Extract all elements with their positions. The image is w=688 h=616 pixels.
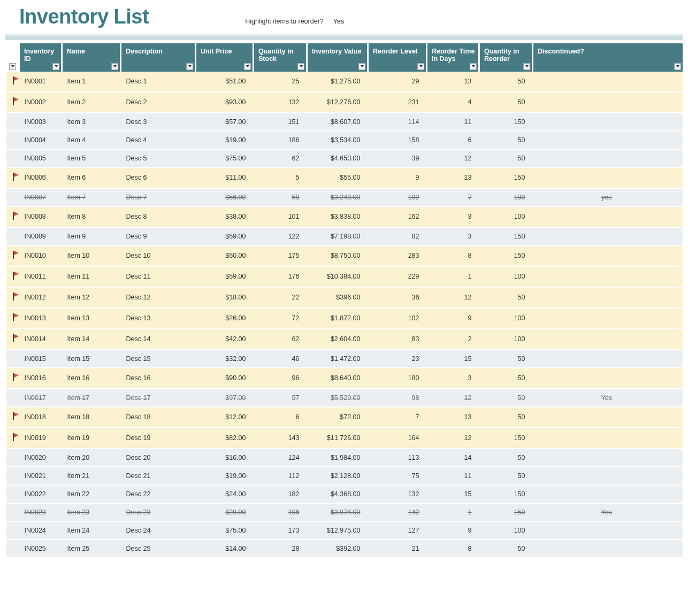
- cell-id[interactable]: IN0019: [19, 428, 62, 449]
- table-row[interactable]: IN0015Item 15Desc 15$32.0046$1,472.00231…: [6, 350, 683, 368]
- filter-dropdown-icon[interactable]: [417, 63, 424, 70]
- cell-name[interactable]: Item 10: [62, 245, 121, 266]
- cell-desc[interactable]: Desc 23: [121, 503, 196, 521]
- cell-id[interactable]: IN0025: [19, 540, 62, 558]
- cell-price[interactable]: $12.00: [196, 407, 254, 428]
- cell-name[interactable]: Item 14: [62, 329, 121, 350]
- cell-qty-reorder[interactable]: 100: [479, 188, 533, 206]
- cell-name[interactable]: Item 23: [62, 503, 121, 521]
- table-row[interactable]: IN0024Item 24Desc 24$75.00173$12,975.001…: [6, 521, 683, 540]
- cell-price[interactable]: $97.00: [196, 389, 254, 407]
- cell-name[interactable]: Item 8: [62, 206, 121, 227]
- cell-reorder-time[interactable]: 13: [427, 167, 479, 188]
- header-description[interactable]: Description: [121, 43, 196, 72]
- table-row[interactable]: IN0002Item 2Desc 2$93.00132$12,276.00231…: [6, 92, 683, 113]
- cell-desc[interactable]: Desc 25: [121, 540, 196, 558]
- cell-id[interactable]: IN0018: [19, 407, 62, 428]
- cell-stock[interactable]: 28: [254, 540, 307, 558]
- cell-value[interactable]: $2,128.00: [307, 467, 368, 485]
- table-row[interactable]: IN0022Item 22Desc 22$24.00182$4,368.0013…: [6, 485, 683, 503]
- cell-reorder-level[interactable]: 9: [368, 167, 427, 188]
- cell-reorder-time[interactable]: 7: [427, 188, 479, 206]
- cell-price[interactable]: $24.00: [196, 485, 254, 503]
- cell-price[interactable]: $29.00: [196, 503, 254, 521]
- cell-stock[interactable]: 173: [254, 521, 307, 540]
- cell-reorder-level[interactable]: 98: [368, 389, 427, 407]
- cell-value[interactable]: $8,607.00: [307, 113, 368, 131]
- cell-value[interactable]: $8,750.00: [307, 245, 368, 266]
- header-reorder-level[interactable]: Reorder Level: [368, 43, 427, 72]
- cell-desc[interactable]: Desc 7: [121, 188, 196, 206]
- cell-qty-reorder[interactable]: 150: [479, 245, 533, 266]
- header-name[interactable]: Name: [62, 43, 121, 72]
- table-row[interactable]: IN0008Item 8Desc 8$38.00101$3,838.001623…: [6, 206, 683, 227]
- cell-price[interactable]: $16.00: [196, 449, 254, 467]
- cell-reorder-level[interactable]: 180: [368, 368, 427, 389]
- cell-qty-reorder[interactable]: 150: [479, 113, 533, 131]
- cell-price[interactable]: $57.00: [196, 113, 254, 131]
- cell-reorder-time[interactable]: 11: [427, 113, 479, 131]
- cell-value[interactable]: $1,275.00: [307, 72, 368, 92]
- cell-reorder-time[interactable]: 15: [427, 350, 479, 368]
- cell-id[interactable]: IN0024: [19, 521, 62, 540]
- cell-reorder-level[interactable]: 23: [368, 350, 427, 368]
- cell-reorder-level[interactable]: 142: [368, 503, 427, 521]
- cell-value[interactable]: $392.00: [307, 540, 368, 558]
- cell-reorder-level[interactable]: 109: [368, 188, 427, 206]
- cell-desc[interactable]: Desc 13: [121, 308, 196, 329]
- cell-discontinued[interactable]: [533, 72, 683, 92]
- cell-name[interactable]: Item 19: [62, 428, 121, 449]
- cell-discontinued[interactable]: [533, 167, 683, 188]
- table-row[interactable]: IN0009Item 9Desc 9$59.00122$7,198.008231…: [6, 227, 683, 245]
- filter-dropdown-icon[interactable]: [52, 63, 59, 70]
- cell-value[interactable]: $11,726.00: [307, 428, 368, 449]
- cell-value[interactable]: $7,198.00: [307, 227, 368, 245]
- cell-desc[interactable]: Desc 8: [121, 206, 196, 227]
- cell-reorder-level[interactable]: 162: [368, 206, 427, 227]
- table-row[interactable]: IN0001Item 1Desc 1$51.0025$1,275.0029135…: [6, 72, 683, 92]
- cell-stock[interactable]: 176: [254, 266, 307, 287]
- cell-id[interactable]: IN0021: [19, 467, 62, 485]
- cell-stock[interactable]: 151: [254, 113, 307, 131]
- cell-desc[interactable]: Desc 9: [121, 227, 196, 245]
- cell-name[interactable]: Item 9: [62, 227, 121, 245]
- cell-id[interactable]: IN0023: [19, 503, 62, 521]
- cell-qty-reorder[interactable]: 50: [479, 92, 533, 113]
- cell-reorder-time[interactable]: 8: [427, 540, 479, 558]
- cell-value[interactable]: $12,975.00: [307, 521, 368, 540]
- cell-price[interactable]: $18.00: [196, 287, 254, 308]
- cell-reorder-time[interactable]: 2: [427, 329, 479, 350]
- cell-reorder-level[interactable]: 21: [368, 540, 427, 558]
- cell-stock[interactable]: 122: [254, 227, 307, 245]
- cell-name[interactable]: Item 22: [62, 485, 121, 503]
- cell-name[interactable]: Item 24: [62, 521, 121, 540]
- cell-stock[interactable]: 57: [254, 389, 307, 407]
- cell-name[interactable]: Item 2: [62, 92, 121, 113]
- cell-desc[interactable]: Desc 2: [121, 92, 196, 113]
- cell-reorder-time[interactable]: 12: [427, 428, 479, 449]
- cell-qty-reorder[interactable]: 50: [479, 540, 533, 558]
- cell-reorder-level[interactable]: 29: [368, 72, 427, 92]
- cell-stock[interactable]: 46: [254, 350, 307, 368]
- cell-discontinued[interactable]: [533, 467, 683, 485]
- cell-name[interactable]: Item 20: [62, 449, 121, 467]
- cell-discontinued[interactable]: [533, 245, 683, 266]
- cell-desc[interactable]: Desc 19: [121, 428, 196, 449]
- cell-price[interactable]: $50.00: [196, 245, 254, 266]
- filter-dropdown-icon[interactable]: [9, 63, 16, 70]
- cell-stock[interactable]: 96: [254, 368, 307, 389]
- cell-name[interactable]: Item 6: [62, 167, 121, 188]
- cell-discontinued[interactable]: [533, 149, 683, 167]
- cell-reorder-time[interactable]: 9: [427, 521, 479, 540]
- cell-qty-reorder[interactable]: 50: [479, 407, 533, 428]
- cell-reorder-time[interactable]: 4: [427, 92, 479, 113]
- cell-stock[interactable]: 5: [254, 167, 307, 188]
- cell-desc[interactable]: Desc 11: [121, 266, 196, 287]
- cell-stock[interactable]: 112: [254, 467, 307, 485]
- cell-value[interactable]: $396.00: [307, 287, 368, 308]
- cell-desc[interactable]: Desc 12: [121, 287, 196, 308]
- cell-id[interactable]: IN0008: [19, 206, 62, 227]
- filter-dropdown-icon[interactable]: [523, 63, 530, 70]
- cell-value[interactable]: $12,276.00: [307, 92, 368, 113]
- cell-qty-reorder[interactable]: 50: [479, 389, 533, 407]
